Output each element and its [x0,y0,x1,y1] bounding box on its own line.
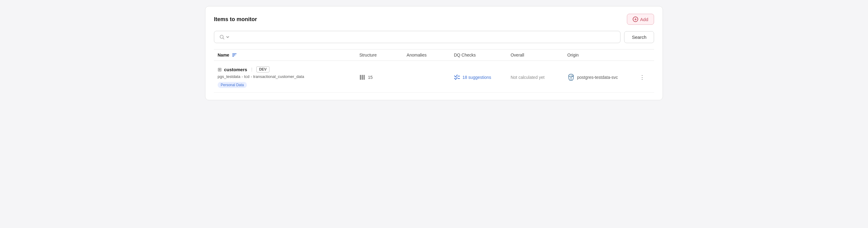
col-header-structure: Structure [359,53,406,57]
col-header-dq-checks: DQ Checks [454,53,510,57]
breadcrumb-part-3: transactional_customer_data [253,74,304,79]
search-row: Search [214,31,654,43]
col-header-name: Name [218,53,359,57]
more-options-button[interactable]: ⋮ [638,73,646,82]
table-body: ⊞ customers ⋮ DEV pgs_testdata › tcd › t… [214,62,654,93]
name-top: ⊞ customers ⋮ DEV [218,66,359,73]
svg-point-0 [220,35,223,38]
search-icon [219,34,225,40]
add-circle-icon: + [633,17,638,22]
col-header-actions [638,53,650,57]
svg-rect-3 [362,75,363,80]
breadcrumb-sep-1: › [241,74,243,79]
origin-cell: postgres-testdata-svc [567,74,638,81]
dq-checks-icon [454,75,460,80]
origin-value: postgres-testdata-svc [577,75,618,80]
postgres-icon [567,74,575,81]
table-row: ⊞ customers ⋮ DEV pgs_testdata › tcd › t… [214,62,654,93]
name-filter-icon[interactable] [232,54,237,57]
structure-cell: 15 [359,74,406,80]
structure-count: 15 [368,75,373,80]
item-name[interactable]: customers [224,67,247,72]
svg-point-10 [570,75,572,76]
search-button[interactable]: Search [624,31,654,43]
breadcrumb-part-2: tcd [244,74,249,79]
add-button-label: Add [640,17,648,22]
search-input[interactable] [232,34,615,40]
dq-suggestions-link[interactable]: 18 suggestions [462,75,491,80]
chevron-down-icon [226,35,229,39]
dev-badge: DEV [256,66,270,73]
overall-value: Not calculated yet [510,75,545,80]
panel-header: Items to monitor + Add [214,14,654,25]
name-cell: ⊞ customers ⋮ DEV pgs_testdata › tcd › t… [218,66,359,88]
breadcrumb-part-1: pgs_testdata [218,74,240,79]
breadcrumb-sep-2: › [251,74,252,79]
separator-icon: ⋮ [250,67,254,72]
svg-rect-2 [360,75,361,80]
col-header-anomalies: Anomalies [406,53,454,57]
svg-line-1 [223,38,224,39]
actions-cell: ⋮ [638,73,650,82]
svg-rect-4 [364,75,365,80]
table-grid-icon: ⊞ [218,67,222,73]
svg-point-8 [571,75,573,77]
table-header: Name Structure Anomalies DQ Checks Overa… [214,49,654,61]
personal-data-tag[interactable]: Personal Data [218,82,247,88]
name-breadcrumb: pgs_testdata › tcd › transactional_custo… [218,74,359,79]
col-header-overall: Overall [510,53,567,57]
search-icon-wrapper[interactable] [219,34,229,40]
overall-cell: Not calculated yet [510,75,567,80]
search-input-wrapper [214,31,620,43]
tag-wrapper: Personal Data [218,81,359,88]
col-header-origin: Origin [567,53,638,57]
structure-grid-icon [359,74,365,80]
page-title: Items to monitor [214,16,257,23]
add-button[interactable]: + Add [627,14,654,25]
items-to-monitor-panel: Items to monitor + Add Search Name [205,6,663,100]
dq-checks-cell: 18 suggestions [454,75,510,80]
